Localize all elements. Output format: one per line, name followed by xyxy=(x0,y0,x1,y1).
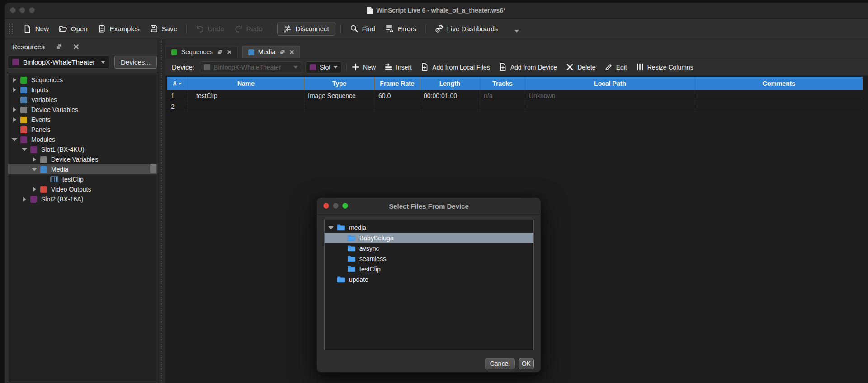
collapse-arrow-icon[interactable] xyxy=(32,167,37,172)
float-panel-icon[interactable] xyxy=(279,49,285,55)
media-toolbar-button-delete[interactable]: Delete xyxy=(566,63,595,71)
ok-button[interactable]: OK xyxy=(519,358,534,369)
collapse-arrow-icon[interactable] xyxy=(12,137,17,142)
toolbar-button-new[interactable]: New xyxy=(18,22,54,36)
tree-item-inputs[interactable]: Inputs xyxy=(8,85,157,95)
collapse-arrow-icon[interactable] xyxy=(328,225,334,230)
expand-arrow-icon[interactable] xyxy=(12,117,17,122)
column-header-name[interactable]: Name xyxy=(188,77,304,90)
devices-button[interactable]: Devices... xyxy=(114,56,157,69)
toolbar-button-find[interactable]: Find xyxy=(345,22,380,36)
table-cell[interactable]: 00:00:01.00 xyxy=(420,90,480,101)
expand-arrow-icon[interactable] xyxy=(12,107,17,112)
resource-color-swatch xyxy=(30,196,37,203)
device-select-dropdown[interactable]: BinloopX-WhaleTheater xyxy=(8,56,110,69)
tree-item-label: Modules xyxy=(31,136,55,143)
tree-scrollbar-thumb[interactable] xyxy=(150,164,156,173)
media-toolbar-button-edit[interactable]: Edit xyxy=(604,63,627,71)
tab-sequences[interactable]: Sequences xyxy=(165,46,238,58)
table-cell[interactable] xyxy=(188,101,304,112)
expand-arrow-icon[interactable] xyxy=(12,87,17,93)
tree-item-variables[interactable]: Variables xyxy=(8,95,157,105)
dialog-tree-item-testclip[interactable]: testClip xyxy=(325,264,533,274)
cancel-button[interactable]: Cancel xyxy=(485,358,515,369)
dialog-tree-item-media[interactable]: media xyxy=(325,222,533,233)
device-dropdown-disabled: BinloopX-WhaleTheater xyxy=(200,61,302,73)
tree-item-slot2-bx-16a[interactable]: Slot2 (BX-16A) xyxy=(8,194,157,204)
dialog-tree-item-babybeluga[interactable]: BabyBeluga xyxy=(325,233,533,243)
column-header-type[interactable]: Type xyxy=(304,77,375,90)
table-cell[interactable] xyxy=(304,101,375,112)
device-color-swatch xyxy=(12,59,19,65)
toolbar-button-live-dashboards[interactable]: Live Dashboards xyxy=(430,22,503,36)
expand-arrow-icon[interactable] xyxy=(22,196,27,202)
tree-item-slot1-bx-4ku[interactable]: Slot1 (BX-4KU) xyxy=(8,145,157,154)
tree-item-device-variables[interactable]: Device Variables xyxy=(8,154,157,164)
collapse-arrow-icon[interactable] xyxy=(22,147,27,152)
toolbar-button-save[interactable]: Save xyxy=(145,22,182,36)
slot-dropdown[interactable]: Slot1 xyxy=(306,61,342,73)
column-header-local-path[interactable]: Local Path xyxy=(525,77,695,90)
table-cell[interactable] xyxy=(480,101,525,112)
resource-color-swatch xyxy=(20,87,27,93)
media-toolbar-button-insert[interactable]: Insert xyxy=(384,63,412,71)
media-toolbar-button-add-from-device[interactable]: Add from Device xyxy=(499,63,557,71)
close-panel-icon[interactable] xyxy=(73,44,79,50)
tree-item-modules[interactable]: Modules xyxy=(8,135,157,145)
tree-item-panels[interactable]: Panels xyxy=(8,125,157,135)
dialog-tree-item-seamless[interactable]: seamless xyxy=(325,253,533,264)
media-toolbar-button-resize-columns[interactable]: Resize Columns xyxy=(636,63,693,71)
tree-item-video-outputs[interactable]: Video Outputs xyxy=(8,184,157,194)
column-header-frame-rate[interactable]: Frame Rate xyxy=(375,77,420,90)
expand-arrow-icon[interactable] xyxy=(32,157,37,162)
table-cell[interactable]: 1 xyxy=(167,90,188,101)
table-cell[interactable]: Image Sequence xyxy=(304,90,375,101)
toolbar-overflow-caret-icon[interactable] xyxy=(514,30,519,35)
tree-item-label: testClip xyxy=(62,176,84,183)
tab-media[interactable]: Media xyxy=(242,46,300,58)
toolbar-button-examples[interactable]: Examples xyxy=(93,22,145,36)
float-panel-icon[interactable] xyxy=(217,49,223,55)
expand-arrow-icon[interactable] xyxy=(12,77,17,83)
tree-item-sequences[interactable]: Sequences xyxy=(8,75,157,85)
select-files-dialog: Select Files From Device mediaBabyBeluga… xyxy=(316,197,541,373)
add-file-icon xyxy=(420,63,429,71)
dialog-tree-item-avsync[interactable]: avsync xyxy=(325,243,533,253)
toolbar-button-open[interactable]: Open xyxy=(54,22,93,36)
table-cell[interactable] xyxy=(695,101,863,112)
close-dialog-button[interactable] xyxy=(323,203,329,209)
toolbar-button-errors[interactable]: Errors xyxy=(380,22,421,36)
table-cell[interactable]: 2 xyxy=(167,101,188,112)
table-cell[interactable]: testClip xyxy=(188,90,304,101)
toolbar-button-disconnect[interactable]: Disconnect xyxy=(277,22,335,36)
table-cell[interactable]: 60.0 xyxy=(375,90,420,101)
zoom-dialog-button[interactable] xyxy=(342,203,348,209)
table-cell[interactable] xyxy=(420,101,480,112)
tree-item-device-variables[interactable]: Device Variables xyxy=(8,105,157,115)
column-header-comments[interactable]: Comments xyxy=(695,77,863,90)
table-cell[interactable]: n/a xyxy=(480,90,525,101)
column-header-number[interactable]: # xyxy=(167,77,188,90)
table-cell[interactable] xyxy=(375,101,420,112)
zoom-window-button[interactable] xyxy=(29,7,35,13)
close-tab-icon[interactable] xyxy=(227,50,232,55)
media-toolbar-button-new[interactable]: New xyxy=(351,63,376,71)
close-tab-icon[interactable] xyxy=(289,50,294,55)
table-cell[interactable] xyxy=(695,90,863,101)
toolbar-drag-handle[interactable] xyxy=(9,24,13,34)
tree-item-media[interactable]: Media xyxy=(8,164,157,174)
table-cell[interactable]: Unknown xyxy=(525,90,695,101)
tree-item-testclip[interactable]: testClip xyxy=(8,174,157,184)
minimize-window-button[interactable] xyxy=(19,7,25,13)
expand-arrow-icon[interactable] xyxy=(32,187,37,192)
close-window-button[interactable] xyxy=(10,7,16,13)
column-header-label: Tracks xyxy=(492,80,512,87)
panel-splitter[interactable] xyxy=(157,39,165,383)
media-toolbar-button-add-from-local-files[interactable]: Add from Local Files xyxy=(420,63,490,71)
column-header-length[interactable]: Length xyxy=(420,77,480,90)
tree-item-events[interactable]: Events xyxy=(8,115,157,125)
column-header-tracks[interactable]: Tracks xyxy=(480,77,525,90)
table-cell[interactable] xyxy=(525,101,695,112)
dialog-tree-item-update[interactable]: update xyxy=(325,274,533,285)
float-panel-icon[interactable] xyxy=(56,43,62,50)
